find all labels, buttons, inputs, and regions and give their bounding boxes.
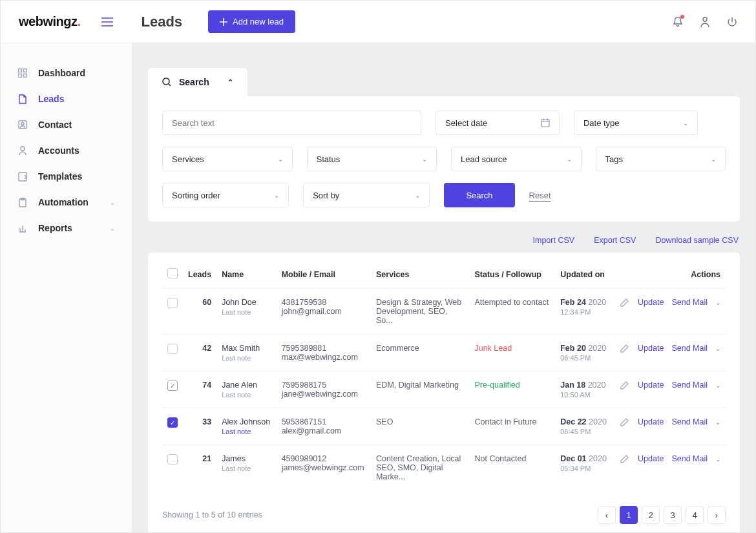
sidebar: Dashboard Leads Contact Accounts Templat… (1, 43, 132, 533)
chart-icon (17, 223, 28, 233)
select-all-checkbox[interactable] (167, 268, 178, 278)
export-csv-link[interactable]: Export CSV (594, 236, 636, 245)
select-date-input[interactable]: Select date (436, 110, 560, 135)
reset-link[interactable]: Reset (529, 191, 551, 200)
sidebar-item-reports[interactable]: Reports ⌄ (1, 215, 132, 241)
svg-rect-1 (19, 69, 22, 72)
tags-select[interactable]: Tags⌄ (596, 147, 726, 171)
update-link[interactable]: Update (638, 344, 664, 353)
last-note: Last note (222, 308, 271, 316)
chevron-down-icon: ⌄ (110, 225, 115, 232)
calendar-icon (541, 118, 550, 127)
sidebar-item-contact[interactable]: Contact (1, 112, 132, 138)
menu-toggle-icon[interactable] (101, 17, 113, 26)
sorting-order-select[interactable]: Sorting order⌄ (162, 183, 289, 207)
clipboard-icon (17, 197, 28, 207)
lead-name: Jane AlenLast note (216, 371, 277, 408)
col-mobile-email: Mobile / Email (277, 260, 371, 289)
lead-contact: 5953867151alex@gmail.com (277, 408, 371, 445)
pager-page[interactable]: 2 (642, 506, 660, 524)
pager-page[interactable]: 1 (620, 506, 638, 524)
user-icon[interactable] (700, 16, 710, 28)
pager-prev[interactable]: ‹ (598, 506, 616, 524)
lead-id: 74 (183, 371, 216, 408)
sidebar-item-label: Dashboard (38, 68, 85, 78)
status-select[interactable]: Status⌄ (307, 147, 437, 171)
row-checkbox[interactable]: ✓ (167, 381, 178, 391)
sidebar-item-dashboard[interactable]: Dashboard (1, 60, 132, 86)
logo[interactable]: webwingz. (19, 14, 81, 29)
lead-status: Contact in Future (469, 408, 555, 445)
bell-icon[interactable] (673, 16, 683, 28)
lead-contact: 4590989012james@webwingz.com (277, 445, 371, 491)
sidebar-item-leads[interactable]: Leads (1, 86, 132, 112)
pencil-icon[interactable] (620, 455, 629, 464)
search-panel-header[interactable]: Search ⌃ (148, 68, 247, 96)
pager-page[interactable]: 4 (686, 506, 704, 524)
svg-rect-3 (19, 74, 22, 78)
lead-services: Design & Strategy, Web Development, SEO,… (371, 289, 469, 335)
grid-icon (17, 68, 28, 78)
leads-table-panel: Leads Name Mobile / Email Services Statu… (148, 253, 740, 533)
col-services: Services (371, 260, 469, 289)
topbar: webwingz. Leads Add new lead (1, 1, 755, 43)
search-icon (162, 78, 171, 87)
pencil-icon[interactable] (620, 298, 629, 308)
chevron-down-icon[interactable]: ⌄ (715, 382, 720, 389)
lead-source-select[interactable]: Lead source⌄ (451, 147, 582, 171)
lead-status: Junk Lead (469, 335, 555, 371)
pager-page[interactable]: 3 (664, 506, 682, 524)
last-note[interactable]: Last note (222, 428, 271, 435)
pencil-icon[interactable] (620, 344, 629, 353)
table-row: ✓74Jane AlenLast note7595988175jane@webw… (162, 371, 726, 408)
lead-services: EDM, Digital Marketing (371, 371, 469, 408)
send-mail-link[interactable]: Send Mail (671, 454, 708, 463)
svg-rect-2 (24, 69, 27, 72)
svg-point-0 (703, 17, 707, 21)
sidebar-item-automation[interactable]: Automation ⌄ (1, 189, 132, 215)
chevron-down-icon[interactable]: ⌄ (715, 455, 720, 463)
download-csv-link[interactable]: Download sample CSV (655, 236, 739, 245)
power-icon[interactable] (727, 16, 737, 28)
chevron-down-icon[interactable]: ⌄ (715, 419, 720, 426)
send-mail-link[interactable]: Send Mail (671, 344, 708, 353)
pager-next[interactable]: › (708, 506, 726, 524)
lead-id: 42 (183, 335, 216, 371)
services-select[interactable]: Services⌄ (162, 147, 293, 171)
col-leads: Leads (183, 260, 216, 289)
date-type-select[interactable]: Date type⌄ (574, 110, 698, 135)
import-csv-link[interactable]: Import CSV (533, 236, 575, 245)
send-mail-link[interactable]: Send Mail (671, 417, 708, 426)
chevron-down-icon[interactable]: ⌄ (715, 299, 720, 306)
update-link[interactable]: Update (638, 298, 664, 307)
update-link[interactable]: Update (638, 454, 664, 463)
col-name: Name (216, 260, 277, 289)
row-checkbox[interactable] (167, 454, 178, 465)
sort-by-select[interactable]: Sort by⌄ (303, 183, 430, 207)
update-link[interactable]: Update (638, 381, 664, 390)
sidebar-item-accounts[interactable]: Accounts (1, 138, 132, 163)
row-checkbox[interactable] (167, 298, 178, 308)
send-mail-link[interactable]: Send Mail (671, 381, 708, 390)
lead-updated: Feb 24 202012:34 PM (555, 289, 613, 335)
chevron-down-icon[interactable]: ⌄ (715, 345, 720, 352)
lead-actions: UpdateSend Mail⌄ (613, 289, 726, 335)
search-text-input[interactable] (162, 110, 421, 135)
sidebar-item-label: Accounts (38, 145, 79, 156)
pencil-icon[interactable] (620, 418, 629, 427)
send-mail-link[interactable]: Send Mail (671, 298, 708, 307)
lead-name: JamesLast note (216, 445, 277, 491)
plus-icon (220, 18, 227, 26)
table-row: 42Max SmithLast note7595389881max@webwin… (162, 335, 726, 371)
pencil-icon[interactable] (620, 381, 629, 390)
row-checkbox[interactable] (167, 344, 178, 354)
sidebar-item-templates[interactable]: Templates (1, 163, 132, 189)
table-row: 21JamesLast note4590989012james@webwingz… (162, 445, 726, 491)
lead-updated: Dec 22 202006:45 PM (555, 408, 613, 445)
add-lead-button[interactable]: Add new lead (208, 10, 295, 33)
col-status: Status / Followup (469, 260, 555, 289)
search-button[interactable]: Search (444, 183, 514, 207)
row-checkbox[interactable]: ✓ (167, 417, 178, 428)
chevron-down-icon: ⌄ (415, 192, 420, 199)
update-link[interactable]: Update (638, 417, 664, 426)
